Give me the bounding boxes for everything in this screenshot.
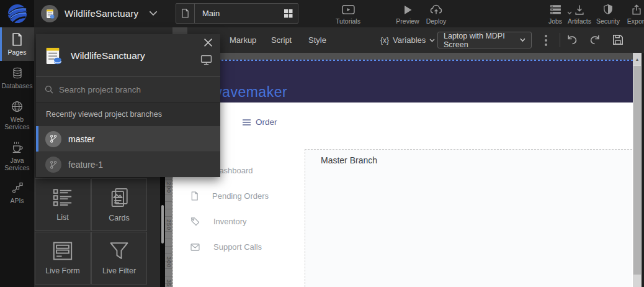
search-icon [45,85,53,94]
envelope-icon [190,244,200,251]
save-button[interactable] [612,34,624,46]
scrollbar-thumb[interactable] [633,66,641,275]
device-selector-value: Laptop with MDPI Screen [444,32,520,49]
design-canvas[interactable]: wavemaker Order Dashboard Pending Orders [172,53,633,287]
project-branch-popup: WildlifeSanctuary Recently viewed projec… [36,34,220,177]
page-tab-label: Main [195,9,284,18]
widget-live-filter[interactable]: Live Filter [91,232,147,285]
tab-style[interactable]: Style [308,27,326,53]
apis-icon [0,182,34,194]
left-rail: Pages Databases Web Services Java Servic… [0,27,34,287]
undo-button[interactable] [566,34,578,45]
branch-name: master [68,134,95,144]
nav-item-label: Support Calls [213,242,262,252]
redo-button[interactable] [589,34,601,45]
project-icon [43,47,63,66]
hamburger-icon [243,119,251,125]
panel-scrollbar-thumb[interactable] [161,205,164,244]
sidebar-item-databases[interactable]: Databases [0,61,34,94]
nav-item-pending-orders[interactable]: Pending Orders [190,191,269,201]
pages-grid-icon[interactable] [284,9,293,18]
live-form-widget-icon [52,241,73,261]
git-branch-icon [45,157,61,173]
horizontal-ruler [173,53,633,60]
canvas-toolbar: Markup Script Style {x} Variables Laptop… [172,27,644,53]
ruler-label: 300 [166,257,172,268]
ruler-label: 350 [166,280,172,287]
databases-icon [0,66,34,80]
ruler-label: 250 [166,219,172,230]
popup-project-title: WildlifeSanctuary [71,50,145,62]
variables-label: Variables [393,35,426,45]
project-icon [45,9,55,19]
branch-name: feature-1 [68,160,103,170]
wavemaker-logo-icon [7,3,28,24]
branches-section-label: Recently viewed project branches [36,102,220,126]
widget-live-form[interactable]: Live Form [35,232,91,285]
variables-chevron-down-icon [429,39,435,42]
tab-markup[interactable]: Markup [230,27,256,53]
monitor-icon[interactable] [200,55,212,65]
toolbar-divider [560,33,560,47]
project-name[interactable]: WildlifeSanctuary [65,0,138,27]
tutorials-button[interactable]: Tutorials [330,2,366,25]
tab-script[interactable]: Script [271,27,292,53]
export-button[interactable]: Export [619,2,644,25]
widget-cards[interactable]: Cards [91,178,147,231]
tutorials-icon [330,2,366,15]
document-icon [190,191,199,201]
nav-item-label: Inventory [213,217,246,226]
nav-item-label: Pending Orders [212,191,269,201]
sidebar-item-java-services[interactable]: Java Services [0,135,34,176]
pages-icon [0,33,34,46]
deploy-button[interactable]: Deploy [418,2,454,25]
branch-search-input[interactable] [59,85,212,94]
nav-item-support-calls[interactable]: Support Calls [190,242,262,252]
java-services-coffee-icon [0,141,34,154]
more-options-kebab-icon[interactable] [541,32,551,48]
preview-page-header[interactable]: wavemaker [173,61,633,102]
variables-icon: {x} [380,36,389,45]
preview-content-row: Dashboard Pending Orders Inventory Suppo… [173,149,633,287]
page-icon [176,4,195,23]
menu-item-label: Order [256,117,277,127]
widget-list[interactable]: List [35,178,91,231]
deploy-icon [418,2,454,15]
redo-icon [589,34,601,45]
device-selector[interactable]: Laptop with MDPI Screen [437,32,532,48]
sidebar-item-apis[interactable]: APIs [0,176,34,209]
ruler-label: 200 [166,182,172,193]
top-bar: WildlifeSanctuary Main Tutorials Preview [0,0,644,27]
git-branch-icon [45,131,61,147]
web-services-globe-icon [0,100,34,113]
nav-item-inventory[interactable]: Inventory [190,217,246,226]
save-icon [612,34,624,46]
brand-text: wavemaker [212,84,287,101]
wavemaker-studio: WildlifeSanctuary Main Tutorials Preview [0,0,644,287]
live-filter-funnel-icon [109,241,130,261]
export-icon [619,2,644,15]
sidebar-item-pages[interactable]: Pages [0,27,34,61]
canvas-scrollbar[interactable]: ▲ [633,53,642,287]
preview-menu-row: Order [173,102,633,149]
popup-header: WildlifeSanctuary [36,34,220,76]
branch-item-feature-1[interactable]: feature-1 [36,152,220,177]
list-widget-icon [52,188,73,207]
scrollbar-up-arrow[interactable]: ▲ [633,53,642,65]
menu-item-order[interactable]: Order [243,117,277,127]
project-chevron-down-icon[interactable] [149,11,158,16]
project-avatar[interactable] [41,5,58,22]
undo-icon [566,34,578,45]
content-label: Master Branch [321,155,377,165]
sidebar-item-web-services[interactable]: Web Services [0,94,34,135]
active-page-tab[interactable]: Main [176,3,298,24]
device-chevron-down-icon [520,38,525,42]
branch-item-master[interactable]: master [36,126,220,152]
cards-widget-icon [109,187,129,208]
tag-icon [190,217,200,226]
wavemaker-logo[interactable] [0,0,34,27]
variables-menu[interactable]: {x} Variables [380,27,435,53]
preview-content-panel[interactable]: Master Branch [305,149,632,287]
branch-search-row [36,76,220,102]
